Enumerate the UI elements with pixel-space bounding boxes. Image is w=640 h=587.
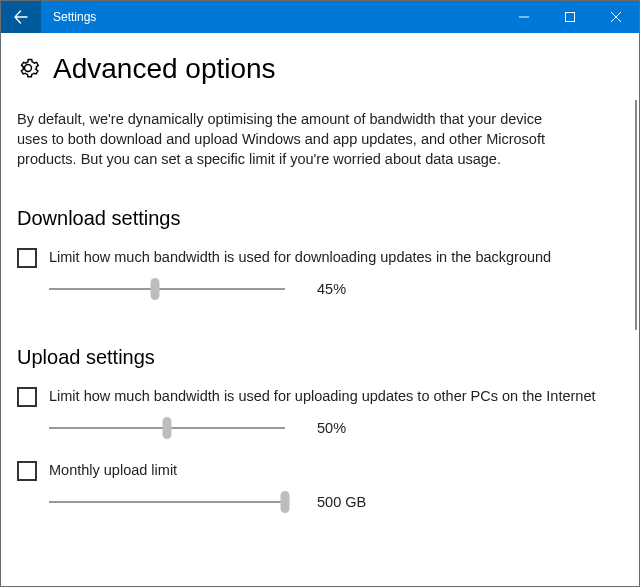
page-description: By default, we're dynamically optimising… [17, 109, 572, 169]
slider-thumb[interactable] [151, 278, 160, 300]
download-limit-row: Limit how much bandwidth is used for dow… [17, 248, 623, 268]
upload-slider-row: 50% [49, 417, 623, 439]
download-bandwidth-slider[interactable] [49, 278, 285, 300]
monthly-upload-slider[interactable] [49, 491, 285, 513]
svg-rect-0 [566, 13, 575, 22]
arrow-left-icon [13, 9, 29, 25]
window-controls [501, 1, 639, 33]
page-header: Advanced options [17, 53, 623, 85]
download-limit-checkbox[interactable] [17, 248, 37, 268]
monthly-slider-row: 500 GB [49, 491, 623, 513]
upload-limit-row: Limit how much bandwidth is used for upl… [17, 387, 623, 407]
download-slider-value: 45% [317, 281, 346, 297]
monthly-slider-value: 500 GB [317, 494, 366, 510]
slider-track [49, 501, 285, 503]
minimize-icon [519, 12, 529, 22]
maximize-icon [565, 12, 575, 22]
window-title: Settings [41, 10, 501, 24]
download-slider-row: 45% [49, 278, 623, 300]
download-settings-heading: Download settings [17, 207, 623, 230]
monthly-limit-label: Monthly upload limit [49, 461, 177, 481]
maximize-button[interactable] [547, 1, 593, 33]
download-limit-label: Limit how much bandwidth is used for dow… [49, 248, 551, 268]
close-button[interactable] [593, 1, 639, 33]
minimize-button[interactable] [501, 1, 547, 33]
upload-settings-heading: Upload settings [17, 346, 623, 369]
upload-bandwidth-slider[interactable] [49, 417, 285, 439]
monthly-limit-row: Monthly upload limit [17, 461, 623, 481]
slider-thumb[interactable] [163, 417, 172, 439]
close-icon [611, 12, 621, 22]
monthly-limit-checkbox[interactable] [17, 461, 37, 481]
page-title: Advanced options [53, 53, 276, 85]
back-button[interactable] [1, 1, 41, 33]
slider-thumb[interactable] [281, 491, 290, 513]
upload-slider-value: 50% [317, 420, 346, 436]
content-area: Advanced options By default, we're dynam… [1, 33, 639, 586]
scrollbar[interactable] [635, 100, 637, 330]
titlebar: Settings [1, 1, 639, 33]
slider-track [49, 288, 285, 290]
upload-limit-label: Limit how much bandwidth is used for upl… [49, 387, 596, 407]
upload-limit-checkbox[interactable] [17, 387, 37, 407]
gear-icon [17, 57, 39, 82]
